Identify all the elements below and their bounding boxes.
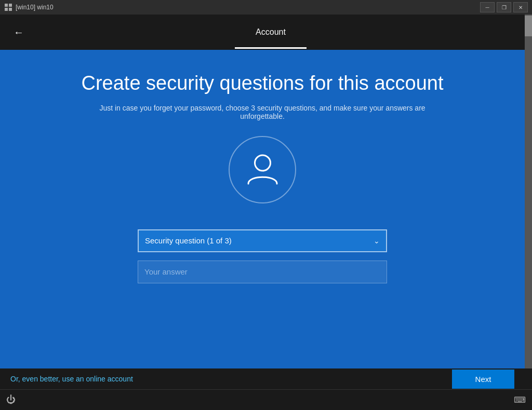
header: ← Account — [0, 15, 525, 51]
next-button[interactable]: Next — [452, 370, 514, 389]
taskbar-left: ⏻ — [6, 394, 16, 405]
power-icon[interactable]: ⏻ — [6, 394, 16, 405]
keyboard-icon[interactable]: ⌨ — [514, 395, 526, 405]
user-avatar-icon — [243, 150, 282, 189]
back-button[interactable]: ← — [10, 24, 27, 40]
window-title: [win10] win10 — [16, 4, 54, 11]
taskbar: ⏻ ⌨ — [0, 389, 532, 410]
page-title: Create security questions for this accou… — [81, 72, 443, 95]
security-question-label: Security question (1 of 3) — [145, 236, 232, 245]
taskbar-right: ⌨ — [514, 395, 526, 405]
minimize-button[interactable]: ─ — [480, 2, 495, 12]
account-tab[interactable]: Account — [235, 17, 307, 49]
svg-rect-2 — [5, 8, 8, 11]
restore-button[interactable]: ❐ — [497, 2, 511, 12]
window-controls[interactable]: ─ ❐ ✕ — [480, 2, 528, 12]
security-question-dropdown[interactable]: Security question (1 of 3) ⌄ — [138, 229, 387, 252]
main-content: Create security questions for this accou… — [0, 51, 525, 368]
answer-input[interactable] — [138, 261, 387, 283]
scrollbar[interactable] — [525, 15, 532, 368]
svg-rect-1 — [9, 4, 12, 7]
form-area: Security question (1 of 3) ⌄ — [138, 229, 387, 283]
page-subtitle: Just in case you forget your password, c… — [81, 104, 444, 120]
svg-point-4 — [255, 155, 270, 171]
close-button[interactable]: ✕ — [513, 2, 528, 12]
window-icon — [4, 3, 12, 11]
window-body: ← Account Create security questions for … — [0, 15, 532, 389]
title-bar: [win10] win10 ─ ❐ ✕ — [0, 0, 532, 15]
chevron-down-icon: ⌄ — [374, 237, 380, 245]
svg-rect-0 — [5, 4, 8, 7]
title-bar-left: [win10] win10 — [4, 3, 54, 11]
bottom-bar: Or, even better, use an online account N… — [0, 368, 525, 389]
header-tab-area: Account — [27, 17, 514, 48]
scrollbar-thumb[interactable] — [525, 16, 532, 36]
svg-rect-3 — [9, 8, 12, 11]
online-account-link[interactable]: Or, even better, use an online account — [10, 375, 133, 383]
user-avatar-container — [229, 136, 296, 203]
